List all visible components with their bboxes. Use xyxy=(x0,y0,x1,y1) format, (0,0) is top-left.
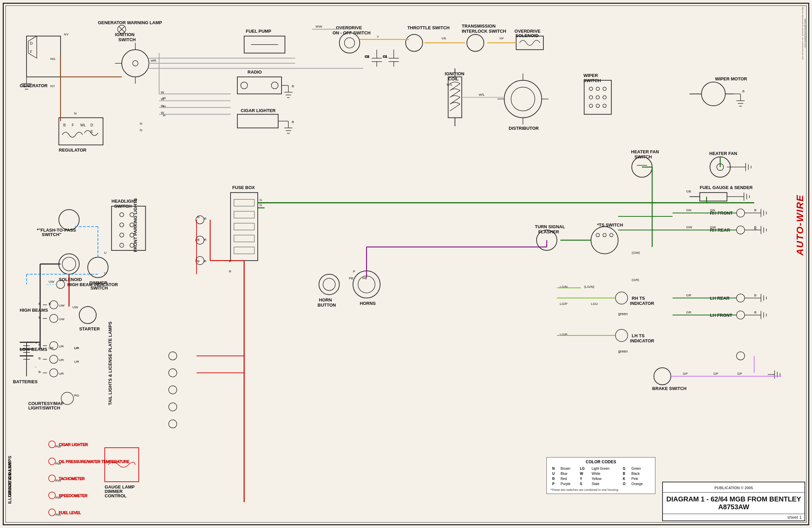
svg-text:STARTER: STARTER xyxy=(79,326,100,331)
svg-text:U: U xyxy=(104,251,106,255)
svg-text:UR: UR xyxy=(49,346,54,350)
svg-text:GR: GR xyxy=(686,293,691,297)
svg-text:D: D xyxy=(30,41,33,45)
svg-text:RG: RG xyxy=(74,394,79,397)
svg-text:ON - OFF SWITCH: ON - OFF SWITCH xyxy=(333,30,371,35)
svg-text:TACHOMETER: TACHOMETER xyxy=(59,476,85,481)
svg-text:R: R xyxy=(229,259,231,263)
svg-text:B: B xyxy=(49,302,51,305)
svg-text:FUEL GAUGE & SENDER: FUEL GAUGE & SENDER xyxy=(700,185,753,190)
svg-text:B: B xyxy=(754,310,756,314)
svg-text:B: B xyxy=(39,343,41,346)
svg-text:GW: GW xyxy=(686,225,692,229)
svg-text:W: W xyxy=(161,90,164,94)
svg-text:WIPER: WIPER xyxy=(583,73,598,78)
svg-text:B: B xyxy=(197,215,200,219)
svg-text:SOLENOID: SOLENOID xyxy=(59,277,82,282)
autowiire-logo: AUTO-WIRE xyxy=(792,7,809,443)
svg-text:NY: NY xyxy=(50,84,55,88)
svg-text:B: B xyxy=(39,356,41,360)
svg-text:G: G xyxy=(259,203,262,207)
svg-text:W/L: W/L xyxy=(446,83,452,86)
svg-text:GP: GP xyxy=(683,372,688,375)
svg-text:SOLENOID: SOLENOID xyxy=(516,33,539,38)
svg-text:RW: RW xyxy=(56,496,61,499)
svg-text:GP: GP xyxy=(713,372,719,375)
svg-text:UR: UR xyxy=(74,360,79,363)
svg-text:LG/P: LG/P xyxy=(560,302,568,305)
svg-text:UR: UR xyxy=(59,358,64,362)
svg-text:W: W xyxy=(319,25,322,28)
svg-text:UW: UW xyxy=(59,303,65,307)
svg-text:R: R xyxy=(204,238,206,242)
svg-text:B: B xyxy=(754,208,756,212)
svg-text:DISTRIBUTOR: DISTRIBUTOR xyxy=(509,126,539,131)
svg-text:U: U xyxy=(104,271,106,275)
svg-text:GW: GW xyxy=(710,225,716,229)
pub-logo-text: PUBLICATION © 2005 xyxy=(714,486,753,490)
svg-text:(GR): (GR) xyxy=(632,278,639,282)
svg-text:(LG/N): (LG/N) xyxy=(584,285,594,288)
svg-text:green: green xyxy=(618,349,628,353)
svg-text:HIGH BEAM INDICATOR: HIGH BEAM INDICATOR xyxy=(68,282,118,287)
svg-text:UR: UR xyxy=(59,372,64,375)
svg-text:GN: GN xyxy=(686,208,691,212)
color-codes-note: *These two switches are combined in one … xyxy=(550,488,652,491)
sheet-number: sheet 1 xyxy=(663,514,804,520)
svg-text:BRAKE SWITCH: BRAKE SWITCH xyxy=(652,386,687,391)
svg-text:UW: UW xyxy=(73,305,78,309)
svg-text:TURN SIGNAL: TURN SIGNAL xyxy=(535,224,565,229)
svg-text:W: W xyxy=(161,111,164,114)
svg-text:green: green xyxy=(618,312,628,316)
svg-text:RADIO: RADIO xyxy=(247,70,262,75)
svg-text:B: B xyxy=(197,238,200,242)
svg-text:SPEEDOMETER: SPEEDOMETER xyxy=(59,494,87,498)
svg-text:B: B xyxy=(39,315,41,319)
svg-text:RW: RW xyxy=(56,444,61,448)
svg-text:IGNITION: IGNITION xyxy=(115,32,135,37)
svg-text:INDICATOR: INDICATOR xyxy=(630,338,654,343)
svg-text:PB: PB xyxy=(349,276,354,280)
svg-text:BUTTON: BUTTON xyxy=(318,302,336,308)
svg-text:C1: C1 xyxy=(383,55,388,58)
svg-text:LH TS: LH TS xyxy=(632,333,645,338)
svg-text:WR: WR xyxy=(150,59,156,62)
svg-text:W: W xyxy=(161,104,164,108)
svg-text:W/L: W/L xyxy=(479,92,485,96)
svg-text:D: D xyxy=(90,123,93,127)
svg-text:WL: WL xyxy=(81,123,86,127)
wiring-diagram: + - BATTERIES SOLENOID STARTER D F xyxy=(6,6,788,522)
svg-text:HEATER FAN: HEATER FAN xyxy=(709,151,737,156)
svg-text:OIL PRESSURE/WATER TEMPERATURE: OIL PRESSURE/WATER TEMPERATURE xyxy=(59,459,129,463)
svg-text:OVERDRIVE: OVERDRIVE xyxy=(336,25,362,30)
svg-text:LOW BEAMS: LOW BEAMS xyxy=(20,347,47,352)
svg-text:W: W xyxy=(316,25,319,28)
svg-text:W: W xyxy=(161,97,164,101)
svg-text:LIGHT/SWITCH: LIGHT/SWITCH xyxy=(28,405,60,411)
svg-text:FUSE BOX: FUSE BOX xyxy=(232,185,255,190)
svg-text:PB: PB xyxy=(363,276,367,280)
title-block-header: PUBLICATION © 2005 xyxy=(663,482,804,493)
svg-text:GB: GB xyxy=(686,189,691,193)
svg-text:HIGH BEAMS: HIGH BEAMS xyxy=(20,308,48,313)
svg-text:YR: YR xyxy=(441,37,446,40)
svg-text:WIPER MOTOR: WIPER MOTOR xyxy=(715,76,747,82)
svg-text:B: B xyxy=(63,123,66,127)
svg-text:B: B xyxy=(39,302,41,305)
svg-text:B: B xyxy=(292,84,294,88)
svg-text:-: - xyxy=(35,365,37,369)
svg-text:REGULATOR: REGULATOR xyxy=(59,147,87,153)
svg-text:TRANSMISSION: TRANSMISSION xyxy=(462,24,495,29)
svg-text:THROTTLE SWITCH: THROTTLE SWITCH xyxy=(407,25,449,30)
svg-text:RW: RW xyxy=(56,479,61,482)
svg-text:GP: GP xyxy=(737,372,742,375)
svg-text:SWITCH: SWITCH xyxy=(118,37,136,42)
color-codes-box: COLOR CODES NBrownLGLight GreenGGreenUBl… xyxy=(547,457,655,494)
svg-text:B: B xyxy=(742,89,744,93)
svg-text:FRONT PARKING LIGHTS: FRONT PARKING LIGHTS xyxy=(133,198,138,252)
color-codes-title: COLOR CODES xyxy=(550,459,652,464)
svg-text:SWITCH: SWITCH xyxy=(635,154,652,159)
svg-text:N: N xyxy=(74,111,77,115)
svg-text:GENERATOR WARNING LAMP: GENERATOR WARNING LAMP xyxy=(98,20,162,25)
svg-text:CIGAR LIGHTER: CIGAR LIGHTER xyxy=(59,442,88,446)
